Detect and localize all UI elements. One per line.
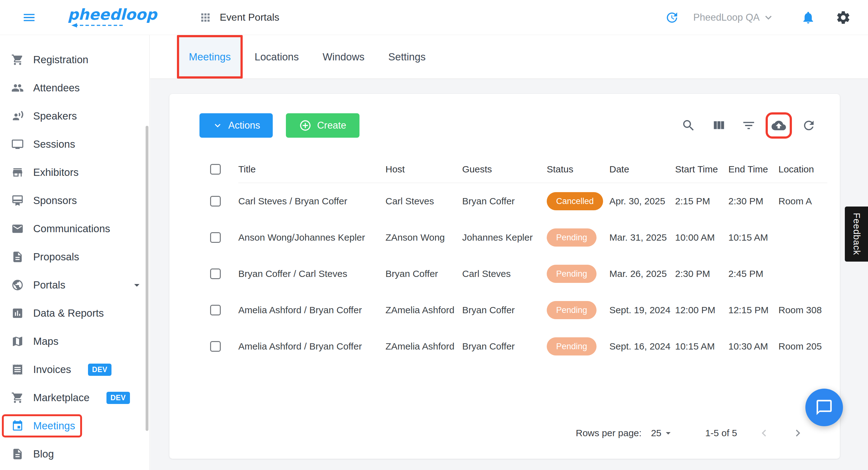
create-button-label: Create xyxy=(317,120,346,131)
next-page-button[interactable] xyxy=(791,426,805,440)
screen-icon xyxy=(11,138,24,150)
sidebar-item-attendees[interactable]: Attendees xyxy=(0,74,149,102)
column-header-location: Location xyxy=(778,164,827,175)
cell-host: Bryan Coffer xyxy=(385,268,462,279)
status-badge: Pending xyxy=(547,265,596,283)
sidebar-item-blog[interactable]: Blog xyxy=(0,440,149,468)
topbar: pheedloop Event Portals PheedLoop QA xyxy=(0,0,868,35)
sidebar-item-invoices[interactable]: Invoices DEV xyxy=(0,356,149,383)
tab-windows[interactable]: Windows xyxy=(311,35,376,78)
status-badge: Pending xyxy=(547,228,596,246)
cloud-upload-icon[interactable] xyxy=(772,118,786,133)
row-checkbox[interactable] xyxy=(210,232,221,243)
rows-per-page-select[interactable]: 25 xyxy=(651,428,674,439)
feedback-tab[interactable]: Feedback xyxy=(845,206,868,262)
actions-button-label: Actions xyxy=(228,120,260,131)
sidebar-item-label: Portals xyxy=(33,279,65,291)
cart-icon xyxy=(11,54,24,66)
settings-gear-icon[interactable] xyxy=(835,10,851,25)
table-row[interactable]: Bryan Coffer / Carl Steves Bryan Coffer … xyxy=(169,256,840,292)
sidebar-item-exhibitors[interactable]: Exhibitors xyxy=(0,158,149,187)
cell-location: Room A xyxy=(778,196,827,206)
cell-end-time: 2:30 PM xyxy=(728,196,778,206)
chat-launcher[interactable] xyxy=(805,389,843,426)
cell-date: Mar. 31, 2025 xyxy=(609,232,675,243)
topbar-right: PheedLoop QA xyxy=(665,10,851,25)
table-row[interactable]: Anson Wong/Johannes Kepler ZAnson Wong J… xyxy=(169,220,840,256)
previous-page-button[interactable] xyxy=(757,426,771,440)
table-header-row: Title Host Guests Status Date Start Time… xyxy=(169,158,840,181)
cell-start-time: 10:15 AM xyxy=(675,341,728,352)
row-checkbox[interactable] xyxy=(210,341,221,352)
sidebar-item-proposals[interactable]: Proposals xyxy=(0,243,149,271)
document-icon xyxy=(11,250,24,263)
sync-icon[interactable] xyxy=(665,11,679,24)
table-row[interactable]: Amelia Ashford / Bryan Coffer ZAmelia As… xyxy=(169,292,840,328)
sidebar: Registration Attendees Speakers Sessions… xyxy=(0,35,150,470)
sidebar-item-communications[interactable]: Communications xyxy=(0,215,149,243)
cell-location: Room 308 xyxy=(778,305,827,315)
page-title: Event Portals xyxy=(220,11,279,23)
sidebar-item-label: Communications xyxy=(33,223,110,235)
sidebar-item-sponsors[interactable]: Sponsors xyxy=(0,187,149,215)
chart-icon xyxy=(11,307,24,320)
column-header-start-time: Start Time xyxy=(675,164,728,175)
cell-guests: Bryan Coffer xyxy=(462,341,547,352)
table-row[interactable]: Amelia Ashford / Bryan Coffer ZAmelia As… xyxy=(169,328,840,365)
cell-start-time: 2:15 PM xyxy=(675,196,728,206)
create-button[interactable]: Create xyxy=(286,113,360,138)
rows-per-page-value: 25 xyxy=(651,428,661,438)
tab-meetings[interactable]: Meetings xyxy=(177,35,243,78)
row-checkbox[interactable] xyxy=(210,305,221,315)
logo-text: pheedloop xyxy=(68,7,157,22)
sidebar-item-sessions[interactable]: Sessions xyxy=(0,130,149,158)
sidebar-item-data-reports[interactable]: Data & Reports xyxy=(0,299,149,327)
row-checkbox[interactable] xyxy=(210,196,221,206)
sidebar-item-meetings[interactable]: Meetings xyxy=(0,412,149,440)
search-icon[interactable] xyxy=(681,118,696,133)
tab-locations[interactable]: Locations xyxy=(243,35,311,78)
column-header-end-time: End Time xyxy=(728,164,778,175)
cell-end-time: 12:15 PM xyxy=(728,305,778,315)
plus-circle-icon xyxy=(299,119,312,132)
cell-host: ZAmelia Ashford xyxy=(385,341,462,352)
status-badge: Cancelled xyxy=(547,192,603,210)
sidebar-item-registration[interactable]: Registration xyxy=(0,46,149,74)
sidebar-item-portals[interactable]: Portals xyxy=(0,271,149,299)
store-icon xyxy=(11,166,24,179)
org-name: PheedLoop QA xyxy=(693,12,760,23)
columns-icon[interactable] xyxy=(711,118,726,133)
status-badge: Pending xyxy=(547,337,596,356)
people-icon xyxy=(11,82,24,94)
sidebar-item-speakers[interactable]: Speakers xyxy=(0,102,149,130)
refresh-icon[interactable] xyxy=(802,118,816,133)
table-tool-icons xyxy=(681,118,816,133)
meetings-table: Title Host Guests Status Date Start Time… xyxy=(169,158,840,365)
actions-button[interactable]: Actions xyxy=(199,113,273,138)
pheedloop-logo[interactable]: pheedloop xyxy=(68,7,157,28)
filter-icon[interactable] xyxy=(742,118,756,133)
cell-date: Apr. 30, 2025 xyxy=(609,196,675,206)
apps-grid-icon[interactable] xyxy=(199,11,212,24)
table-row[interactable]: Carl Steves / Bryan Coffer Carl Steves B… xyxy=(169,183,840,220)
menu-icon[interactable] xyxy=(22,10,36,25)
cell-location: Room 205 xyxy=(778,341,827,352)
notifications-bell-icon[interactable] xyxy=(801,10,815,25)
sidebar-scrollbar[interactable] xyxy=(146,126,148,431)
cell-date: Mar. 26, 2025 xyxy=(609,268,675,279)
app-switch: Event Portals xyxy=(199,11,279,24)
column-header-status: Status xyxy=(547,164,609,175)
cart-icon xyxy=(11,392,24,404)
envelope-icon xyxy=(11,223,24,235)
row-checkbox[interactable] xyxy=(210,268,221,279)
cell-title: Amelia Ashford / Bryan Coffer xyxy=(238,305,385,315)
chevron-down-icon xyxy=(212,120,223,131)
sidebar-item-maps[interactable]: Maps xyxy=(0,327,149,356)
sidebar-item-label: Registration xyxy=(33,54,88,66)
org-switcher[interactable]: PheedLoop QA xyxy=(693,11,775,24)
dev-badge: DEV xyxy=(106,392,130,404)
cell-title: Anson Wong/Johannes Kepler xyxy=(238,232,385,243)
tab-settings[interactable]: Settings xyxy=(376,35,437,78)
sidebar-item-marketplace[interactable]: Marketplace DEV xyxy=(0,383,149,412)
select-all-checkbox[interactable] xyxy=(210,164,221,175)
